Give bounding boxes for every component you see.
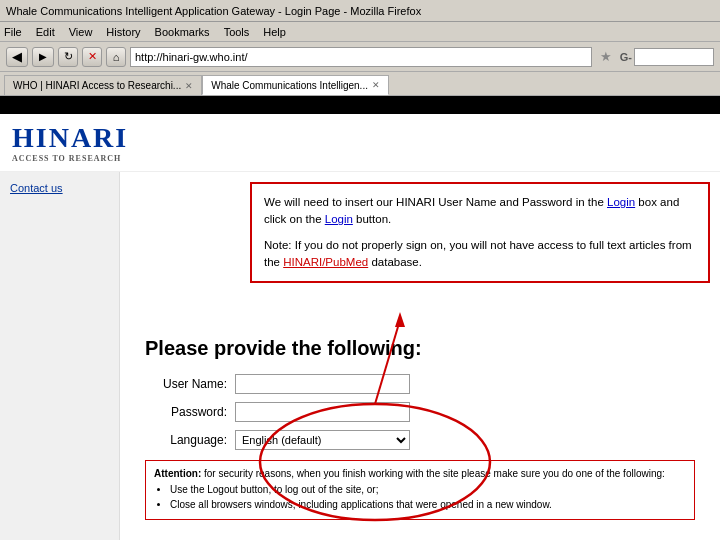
svg-marker-2 [395,312,405,327]
username-row: User Name: [145,374,695,394]
tab-whale-comm-close[interactable]: ✕ [372,80,380,90]
password-label: Password: [145,405,235,419]
tab-whale-comm[interactable]: Whale Communications Intelligen... ✕ [202,75,389,95]
contact-us-link[interactable]: Contact us [0,176,119,200]
main-layout: Contact us We will need to insert our HI… [0,172,720,540]
tab-who-hinari[interactable]: WHO | HINARI Access to Researchi... ✕ [4,75,202,95]
language-label: Language: [145,433,235,447]
hinari-logo-text: HINARI [12,122,128,154]
home-button[interactable]: ⌂ [106,47,126,67]
form-title: Please provide the following: [145,337,695,360]
forward-button[interactable]: ▶ [32,47,54,67]
attention-item-2: Close all browsers windows, including ap… [170,498,686,512]
password-input[interactable] [235,402,410,422]
menu-view[interactable]: View [69,26,93,38]
bookmark-star[interactable]: ★ [596,47,616,67]
hinari-logo: HINARI ACCESS TO RESEARCH [12,122,128,163]
black-bar [0,96,720,114]
page-content: HINARI ACCESS TO RESEARCH Contact us We … [0,96,720,540]
language-select[interactable]: English (default) [235,430,410,450]
attention-text: for security reasons, when you finish wo… [204,468,665,479]
menu-file[interactable]: File [4,26,22,38]
hinari-tagline: ACCESS TO RESEARCH [12,154,128,163]
tooltip-end: button. [353,213,391,225]
form-section: Please provide the following: User Name:… [135,337,705,450]
main-area: We will need to insert our HINARI User N… [120,172,720,540]
address-text: http://hinari-gw.who.int/ [135,51,248,63]
menu-history[interactable]: History [106,26,140,38]
sidebar: Contact us [0,172,120,540]
refresh-button[interactable]: ↻ [58,47,78,67]
tabs-bar: WHO | HINARI Access to Researchi... ✕ Wh… [0,72,720,96]
browser-menubar: File Edit View History Bookmarks Tools H… [0,22,720,42]
menu-bookmarks[interactable]: Bookmarks [155,26,210,38]
username-label: User Name: [145,377,235,391]
menu-tools[interactable]: Tools [224,26,250,38]
tooltip-text-2: Note: If you do not properly sign on, yo… [264,237,696,272]
stop-button[interactable]: ✕ [82,47,102,67]
login-link-1[interactable]: Login [607,196,635,208]
google-label: G- [620,51,632,63]
login-link-2[interactable]: Login [325,213,353,225]
tooltip-intro: We will need to insert our HINARI User N… [264,196,607,208]
browser-titlebar: Whale Communications Intelligent Applica… [0,0,720,22]
tab-whale-comm-label: Whale Communications Intelligen... [211,80,368,91]
tooltip-text-1: We will need to insert our HINARI User N… [264,194,696,229]
attention-list: Use the Logout button, to log out of the… [170,483,686,512]
browser-toolbar: ◀ ▶ ↻ ✕ ⌂ http://hinari-gw.who.int/ ★ G- [0,42,720,72]
hinari-pubmed-link[interactable]: HINARI/PubMed [283,256,368,268]
back-button[interactable]: ◀ [6,47,28,67]
username-input[interactable] [235,374,410,394]
google-search-input[interactable] [634,48,714,66]
google-search-bar: G- [620,48,714,66]
menu-help[interactable]: Help [263,26,286,38]
language-row: Language: English (default) [145,430,695,450]
address-bar[interactable]: http://hinari-gw.who.int/ [130,47,592,67]
tooltip-box: We will need to insert our HINARI User N… [250,182,710,283]
tab-who-hinari-close[interactable]: ✕ [185,81,193,91]
attention-box: Attention: for security reasons, when yo… [145,460,695,520]
tab-who-hinari-label: WHO | HINARI Access to Researchi... [13,80,181,91]
browser-title: Whale Communications Intelligent Applica… [6,5,421,17]
menu-edit[interactable]: Edit [36,26,55,38]
note-end: database. [368,256,422,268]
attention-item-1: Use the Logout button, to log out of the… [170,483,686,497]
password-row: Password: [145,402,695,422]
attention-title: Attention: [154,468,201,479]
hinari-header: HINARI ACCESS TO RESEARCH [0,114,720,172]
